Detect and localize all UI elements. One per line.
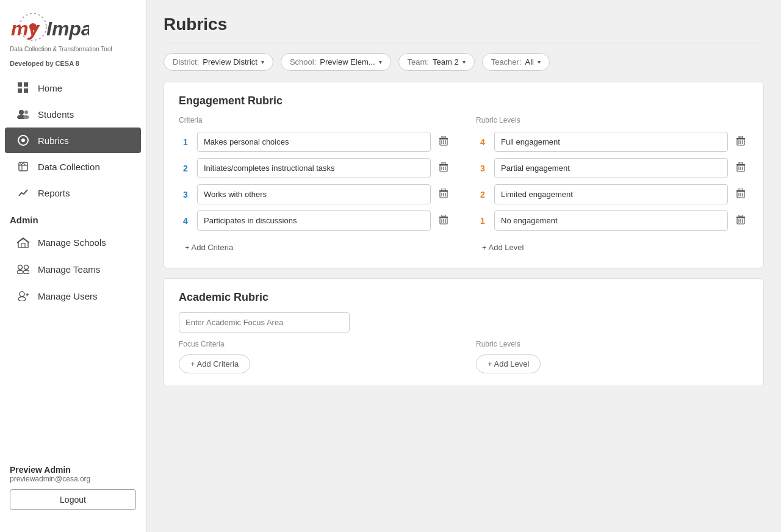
academic-focus-area-input[interactable] xyxy=(179,312,350,332)
sidebar-item-manage-users[interactable]: Manage Users xyxy=(5,283,141,309)
criteria-delete-4[interactable] xyxy=(436,212,452,229)
school-filter[interactable]: School: Preview Elem... ▾ xyxy=(281,53,391,71)
logout-button[interactable]: Logout xyxy=(10,489,136,510)
user-email: previewadmin@cesa.org xyxy=(10,475,136,483)
district-filter-value: Preview District xyxy=(203,57,257,66)
criteria-delete-3[interactable] xyxy=(436,186,452,203)
svg-text:my: my xyxy=(11,18,40,40)
criteria-input-3[interactable] xyxy=(197,184,431,204)
teacher-chevron-icon: ▾ xyxy=(538,59,541,65)
levels-column: Rubric Levels 4 3 2 xyxy=(476,116,749,256)
sidebar-item-data-collection[interactable]: Data Collection xyxy=(5,154,141,179)
svg-point-20 xyxy=(18,265,23,270)
academic-levels-header: Rubric Levels xyxy=(476,340,749,348)
criteria-input-4[interactable] xyxy=(197,210,431,231)
level-delete-4[interactable] xyxy=(733,134,749,150)
sidebar-item-manage-teams[interactable]: Manage Teams xyxy=(5,256,141,282)
svg-rect-65 xyxy=(739,189,743,190)
user-name: Preview Admin xyxy=(10,465,136,475)
main-content: Rubrics District: Preview District ▾ Sch… xyxy=(146,0,781,532)
add-criteria-button[interactable]: + Add Criteria xyxy=(179,239,239,256)
svg-point-11 xyxy=(23,115,29,119)
criteria-column: Criteria 1 2 3 xyxy=(179,116,452,256)
level-number-1: 1 xyxy=(476,216,489,226)
add-level-button[interactable]: + Add Level xyxy=(476,239,530,256)
svg-rect-47 xyxy=(442,215,445,217)
focus-criteria-header: Focus Criteria xyxy=(179,340,452,348)
level-input-3[interactable] xyxy=(494,158,728,178)
engagement-rubric-card: Engagement Rubric Criteria 1 2 xyxy=(164,82,764,268)
school-filter-label: School: xyxy=(290,57,316,66)
criteria-header: Criteria xyxy=(179,116,452,124)
svg-rect-4 xyxy=(18,82,22,87)
district-filter[interactable]: District: Preview District ▾ xyxy=(164,53,273,71)
svg-rect-18 xyxy=(21,243,25,248)
team-filter[interactable]: Team: Team 2 ▾ xyxy=(398,53,475,71)
academic-add-level-button[interactable]: + Add Level xyxy=(476,354,541,373)
academic-rubric-columns: Focus Criteria + Add Criteria Rubric Lev… xyxy=(179,340,749,373)
sidebar-item-label-manage-users: Manage Users xyxy=(38,291,98,301)
svg-rect-35 xyxy=(442,162,445,164)
criteria-input-1[interactable] xyxy=(197,132,431,152)
sidebar-item-reports[interactable]: Reports xyxy=(5,180,141,206)
criteria-number-2: 2 xyxy=(179,164,192,173)
sidebar-item-rubrics[interactable]: Rubrics xyxy=(5,128,141,153)
svg-point-22 xyxy=(17,270,23,274)
academic-rubric-title: Academic Rubric xyxy=(179,291,749,304)
sidebar-item-label-data-collection: Data Collection xyxy=(38,162,100,172)
svg-point-24 xyxy=(20,292,24,297)
criteria-number-4: 4 xyxy=(179,216,192,226)
svg-point-9 xyxy=(24,110,28,114)
level-input-4[interactable] xyxy=(494,132,728,152)
teacher-filter-value: All xyxy=(525,57,534,66)
sidebar-item-students[interactable]: Students xyxy=(5,101,141,127)
district-chevron-icon: ▾ xyxy=(261,59,264,65)
school-chevron-icon: ▾ xyxy=(379,59,382,65)
developed-by: Developed by CESA 8 xyxy=(0,57,146,74)
sidebar-item-manage-schools[interactable]: Manage Schools xyxy=(5,229,141,255)
level-input-1[interactable] xyxy=(494,210,728,231)
svg-rect-41 xyxy=(442,189,445,190)
level-number-2: 2 xyxy=(476,190,489,200)
level-delete-2[interactable] xyxy=(733,186,749,203)
levels-header: Rubric Levels xyxy=(476,116,749,124)
reports-icon xyxy=(15,186,32,200)
logo-area: my Impact Data Collection & Transformati… xyxy=(0,0,146,57)
academic-add-criteria-button[interactable]: + Add Criteria xyxy=(179,354,250,373)
criteria-delete-2[interactable] xyxy=(436,160,452,176)
grid-icon xyxy=(15,81,32,95)
svg-rect-59 xyxy=(739,162,743,164)
school-filter-value: Preview Elem... xyxy=(320,57,375,66)
level-delete-3[interactable] xyxy=(733,160,749,176)
team-filter-value: Team 2 xyxy=(433,57,459,66)
level-number-3: 3 xyxy=(476,164,489,173)
sidebar-bottom: Preview Admin previewadmin@cesa.org Logo… xyxy=(0,455,146,520)
team-chevron-icon: ▾ xyxy=(462,59,466,65)
level-delete-1[interactable] xyxy=(733,212,749,229)
svg-point-13 xyxy=(21,138,25,142)
svg-text:Impact: Impact xyxy=(46,18,89,40)
criteria-row-4: 4 xyxy=(179,210,452,231)
data-collection-icon xyxy=(15,160,32,173)
logo-subtitle: Data Collection & Transformation Tool xyxy=(10,46,112,52)
criteria-row-2: 2 xyxy=(179,158,452,178)
filter-bar: District: Preview District ▾ School: Pre… xyxy=(164,53,764,71)
teacher-filter[interactable]: Teacher: All ▾ xyxy=(482,53,550,71)
sidebar-item-home[interactable]: Home xyxy=(5,75,141,101)
page-title: Rubrics xyxy=(164,15,764,34)
level-input-2[interactable] xyxy=(494,184,728,204)
teams-icon xyxy=(15,262,32,276)
criteria-number-1: 1 xyxy=(179,137,192,147)
svg-point-23 xyxy=(23,270,29,274)
svg-rect-71 xyxy=(739,215,743,217)
level-number-4: 4 xyxy=(476,137,489,147)
criteria-row-3: 3 xyxy=(179,184,452,204)
criteria-input-2[interactable] xyxy=(197,158,431,178)
svg-marker-17 xyxy=(18,238,28,248)
sidebar-item-label-manage-schools: Manage Schools xyxy=(38,237,106,248)
school-icon xyxy=(15,235,32,249)
svg-point-8 xyxy=(19,110,24,115)
sidebar-item-label-home: Home xyxy=(38,83,62,93)
sidebar-nav: Home Students Rubrics Data Collection Re… xyxy=(0,74,146,206)
criteria-delete-1[interactable] xyxy=(436,134,452,150)
